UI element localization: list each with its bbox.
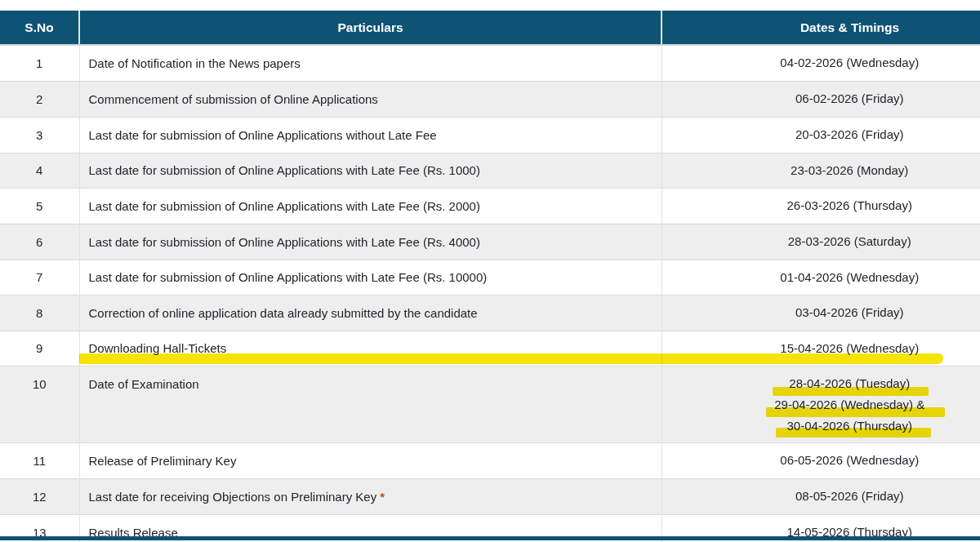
dates-cell: 23-03-2026 (Monday) xyxy=(662,153,980,188)
dates-cell: 28-04-2026 (Tuesday) 29-04-2026 (Wednesd… xyxy=(662,366,980,442)
schedule-page: S.No Particulars Dates & Timings 1 Date … xyxy=(0,0,980,542)
footnote-asterisk: * xyxy=(380,490,385,504)
exam-date-line: 30-04-2026 (Thursday) xyxy=(787,419,912,433)
sno-cell: 7 xyxy=(0,260,79,295)
exam-schedule-table: S.No Particulars Dates & Timings 1 Date … xyxy=(0,11,980,542)
sno-cell: 5 xyxy=(0,188,79,224)
particulars-cell: Last date for submission of Online Appli… xyxy=(79,153,662,188)
table-row: 5 Last date for submission of Online App… xyxy=(0,188,980,224)
table-row: 2 Commencement of submission of Online A… xyxy=(0,81,980,117)
particulars-cell: Last date for receiving Objections on Pr… xyxy=(79,478,662,514)
particulars-cell: Date of Examination xyxy=(79,366,662,442)
particulars-cell: Last date for submission of Online Appli… xyxy=(79,117,662,153)
table-row-hall-tickets: 9 Downloading Hall-Tickets 15-04-2026 (W… xyxy=(0,331,980,366)
table-header: S.No Particulars Dates & Timings xyxy=(0,11,980,45)
dates-cell: 28-03-2026 (Saturday) xyxy=(662,224,980,260)
dates-cell: 08-05-2026 (Friday) xyxy=(662,478,980,514)
dates-cell: 26-03-2026 (Thursday) xyxy=(662,188,980,224)
table-row: 3 Last date for submission of Online App… xyxy=(0,117,980,153)
table-row: 6 Last date for submission of Online App… xyxy=(0,224,980,260)
table-row: 12 Last date for receiving Objections on… xyxy=(0,478,980,514)
particulars-cell: Correction of online application data al… xyxy=(79,295,662,331)
particulars-cell: Last date for submission of Online Appli… xyxy=(79,260,662,295)
table-row: 8 Correction of online application data … xyxy=(0,295,980,331)
particulars-cell: Last date for submission of Online Appli… xyxy=(79,188,662,224)
table-row: 4 Last date for submission of Online App… xyxy=(0,153,980,188)
particulars-text: Last date for receiving Objections on Pr… xyxy=(89,490,377,504)
sno-cell: 2 xyxy=(0,81,79,117)
particulars-cell: Downloading Hall-Tickets xyxy=(79,331,662,366)
dates-cell: 20-03-2026 (Friday) xyxy=(662,117,980,153)
table-row: 11 Release of Preliminary Key 06-05-2026… xyxy=(0,442,980,478)
next-section-header-edge xyxy=(0,536,980,540)
sno-cell: 10 xyxy=(0,366,79,442)
sno-cell: 8 xyxy=(0,295,79,331)
sno-cell: 3 xyxy=(0,117,79,153)
column-header-dates: Dates & Timings xyxy=(662,11,980,45)
sno-cell: 1 xyxy=(0,45,79,81)
sno-cell: 6 xyxy=(0,224,79,260)
particulars-cell: Date of Notification in the News papers xyxy=(79,45,662,81)
sno-cell: 11 xyxy=(0,442,79,478)
dates-cell: 15-04-2026 (Wednesday) xyxy=(662,331,980,366)
particulars-cell: Commencement of submission of Online App… xyxy=(79,81,662,117)
particulars-cell: Release of Preliminary Key xyxy=(79,442,662,478)
column-header-sno: S.No xyxy=(0,11,79,45)
dates-cell: 01-04-2026 (Wednesday) xyxy=(662,260,980,295)
header-row: S.No Particulars Dates & Timings xyxy=(0,11,980,45)
exam-date-line: 29-04-2026 (Wednesday) & xyxy=(774,398,924,411)
table-body: 1 Date of Notification in the News paper… xyxy=(0,45,980,542)
exam-date-line: 28-04-2026 (Tuesday) xyxy=(789,376,910,390)
sno-cell: 12 xyxy=(0,478,79,514)
dates-cell: 03-04-2026 (Friday) xyxy=(662,295,980,331)
table-row: 1 Date of Notification in the News paper… xyxy=(0,45,980,81)
dates-cell: 06-05-2026 (Wednesday) xyxy=(662,442,980,478)
sno-cell: 9 xyxy=(0,331,79,366)
sno-cell: 4 xyxy=(0,153,79,188)
column-header-particulars: Particulars xyxy=(79,11,662,45)
table-row: 7 Last date for submission of Online App… xyxy=(0,260,980,295)
table-row-examination: 10 Date of Examination 28-04-2026 (Tuesd… xyxy=(0,366,980,442)
particulars-cell: Last date for submission of Online Appli… xyxy=(79,224,662,260)
dates-cell: 06-02-2026 (Friday) xyxy=(662,81,980,117)
dates-cell: 04-02-2026 (Wednesday) xyxy=(662,45,980,81)
